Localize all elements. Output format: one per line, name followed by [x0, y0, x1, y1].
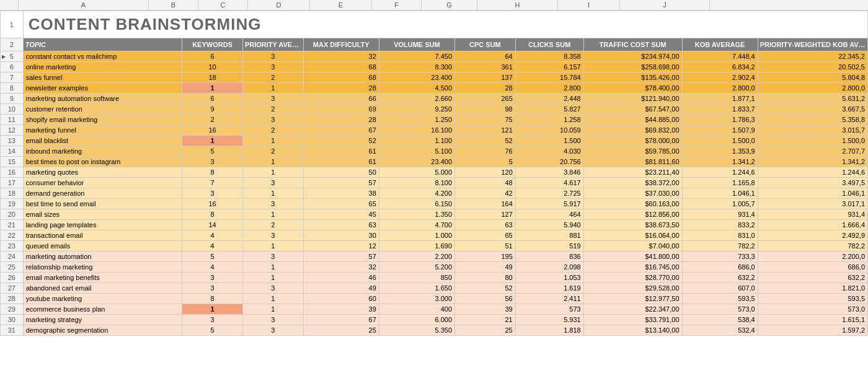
col-letter-e: E — [310, 0, 372, 10]
cell-cpc-sum: 25 — [455, 325, 516, 336]
cell-kob-average: 2.800,0 — [682, 83, 758, 94]
cell-volume-sum: 1.690 — [379, 241, 454, 251]
cell-keywords: 5 — [182, 146, 243, 157]
cell-pw-kob: 2.200,0 — [758, 251, 867, 262]
cell-kob-average: 782,2 — [682, 241, 758, 251]
cell-volume-sum: 4.200 — [379, 188, 454, 199]
cell-pw-kob: 1.500,0 — [758, 136, 867, 146]
cell-topic: transactional email — [23, 230, 182, 241]
cell-volume-sum: 850 — [379, 273, 454, 283]
cell-priority-avg: 1 — [242, 273, 303, 283]
cell-keywords: 8 — [182, 294, 243, 304]
cell-keywords: 7 — [182, 178, 243, 188]
cell-keywords: 10 — [182, 62, 243, 72]
table-row: 11shopify email marketing23281.250751.25… — [1, 115, 868, 125]
cell-traffic-cost: $258.698,00 — [583, 62, 682, 72]
cell-max-difficulty: 32 — [303, 51, 379, 62]
cell-cpc-sum: 52 — [455, 283, 516, 294]
cell-kob-average: 686,0 — [682, 262, 758, 273]
cell-keywords: 14 — [182, 220, 243, 230]
row-number: 22 — [1, 230, 24, 241]
cell-cpc-sum: 75 — [455, 115, 516, 125]
cell-pw-kob: 5.358,8 — [758, 115, 867, 125]
row-number: 18 — [1, 188, 24, 199]
cell-topic: constant contact vs mailchimp — [23, 51, 182, 62]
cell-cpc-sum: 120 — [455, 167, 516, 178]
col-letter-g: G — [422, 0, 477, 10]
cell-keywords: 8 — [182, 167, 243, 178]
cell-kob-average: 632,2 — [682, 273, 758, 283]
cell-max-difficulty: 69 — [303, 104, 379, 115]
cell-keywords: 3 — [182, 283, 243, 294]
table-row: 15best times to post on instagram316123.… — [1, 157, 868, 167]
row-number: 9 — [1, 94, 24, 104]
table-row: 29ecommerce business plan113940039573$22… — [1, 304, 868, 315]
cell-clicks-sum: 2.411 — [515, 294, 583, 304]
cell-pw-kob: 573,0 — [758, 304, 867, 315]
table-row: 16marketing quotes81505.0001203.846$23.2… — [1, 167, 868, 178]
cell-max-difficulty: 65 — [303, 199, 379, 209]
col-header-volume-sum: VOLUME SUM — [379, 38, 454, 51]
col-letter-i: I — [558, 0, 620, 10]
cell-priority-avg: 1 — [242, 136, 303, 146]
cell-clicks-sum: 2.725 — [515, 188, 583, 199]
col-header-cpc-sum: CPC SUM — [455, 38, 516, 51]
title-cell: CONTENT BRAINSTORMING — [23, 11, 867, 38]
cell-traffic-cost: $38.673,50 — [583, 220, 682, 230]
cell-keywords: 6 — [182, 94, 243, 104]
cell-max-difficulty: 57 — [303, 251, 379, 262]
cell-volume-sum: 6.000 — [379, 315, 454, 325]
cell-max-difficulty: 38 — [303, 188, 379, 199]
cell-clicks-sum: 4.030 — [515, 146, 583, 157]
cell-kob-average: 532,4 — [682, 325, 758, 336]
col-letter-c: C — [198, 0, 248, 10]
cell-max-difficulty: 52 — [303, 136, 379, 146]
cell-max-difficulty: 63 — [303, 220, 379, 230]
cell-clicks-sum: 10.059 — [515, 125, 583, 136]
cell-volume-sum: 1.000 — [379, 230, 454, 241]
row-number: 17 — [1, 178, 24, 188]
cell-clicks-sum: 4.617 — [515, 178, 583, 188]
cell-max-difficulty: 39 — [303, 304, 379, 315]
cell-kob-average: 1.833,7 — [682, 104, 758, 115]
row-number: 20 — [1, 209, 24, 220]
table-row: 9marketing automation software63662.6602… — [1, 94, 868, 104]
cell-keywords: 4 — [182, 230, 243, 241]
cell-topic: online marketing — [23, 62, 182, 72]
main-table: 1 CONTENT BRAINSTORMING 2 TOPIC KEYWORDS… — [0, 11, 868, 336]
cell-cpc-sum: 49 — [455, 262, 516, 273]
cell-topic: consumer behavior — [23, 178, 182, 188]
cell-keywords: 1 — [182, 304, 243, 315]
cell-clicks-sum: 6.157 — [515, 62, 583, 72]
row-number: ▶5 — [1, 51, 24, 62]
cell-kob-average: 1.341,2 — [682, 157, 758, 167]
cell-traffic-cost: $16.064,00 — [583, 230, 682, 241]
cell-clicks-sum: 2.448 — [515, 94, 583, 104]
cell-traffic-cost: $12.856,00 — [583, 209, 682, 220]
row-number: 10 — [1, 104, 24, 115]
cell-keywords: 1 — [182, 83, 243, 94]
table-row: 24marketing automation53572.200195836$41… — [1, 251, 868, 262]
page-title: CONTENT BRAINSTORMING — [29, 15, 262, 33]
cell-pw-kob: 5.631,2 — [758, 94, 867, 104]
cell-max-difficulty: 67 — [303, 315, 379, 325]
cell-priority-avg: 1 — [242, 157, 303, 167]
table-row: 14inbound marketing52615.100764.030$59.7… — [1, 146, 868, 157]
cell-cpc-sum: 21 — [455, 315, 516, 325]
row-number: 6 — [1, 62, 24, 72]
cell-clicks-sum: 15.784 — [515, 72, 583, 83]
cell-topic: marketing automation — [23, 251, 182, 262]
cell-max-difficulty: 68 — [303, 62, 379, 72]
cell-clicks-sum: 20.756 — [515, 157, 583, 167]
col-letter-b: B — [149, 0, 198, 10]
col-letter-d: D — [248, 0, 310, 10]
cell-priority-avg: 2 — [242, 104, 303, 115]
cell-traffic-cost: $78.400,00 — [583, 83, 682, 94]
row-number: 31 — [1, 325, 24, 336]
cell-volume-sum: 23.400 — [379, 72, 454, 83]
table-row: 28youtube marketing81603.000562.411$12.9… — [1, 294, 868, 304]
cell-pw-kob: 931,4 — [758, 209, 867, 220]
col-header-clicks-sum: CLICKS SUM — [515, 38, 583, 51]
cell-priority-avg: 1 — [242, 167, 303, 178]
cell-traffic-cost: $69.832,00 — [583, 125, 682, 136]
